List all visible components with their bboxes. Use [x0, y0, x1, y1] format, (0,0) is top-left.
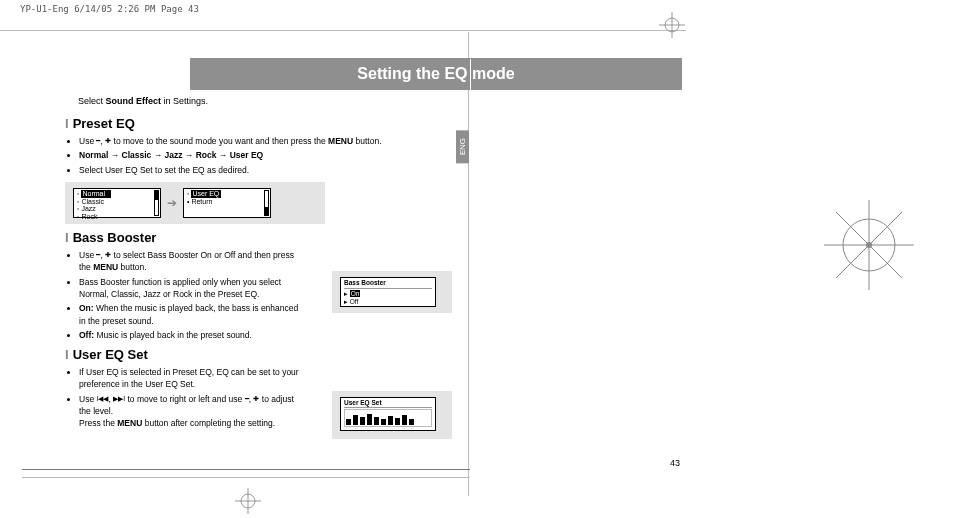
usereq-bullet-1: If User EQ is selected in Preset EQ, EQ …	[79, 366, 305, 391]
crop-mark-top	[658, 12, 686, 42]
minus-icon: ━	[96, 251, 100, 258]
page-number: 43	[670, 458, 680, 468]
preset-bullet-1: Use ━, ✚ to move to the sound mode you w…	[79, 135, 395, 147]
plus-icon: ✚	[253, 395, 259, 402]
heading-preset-eq: IPreset EQ	[65, 116, 470, 131]
footer-rule-thick	[22, 469, 470, 470]
heading-bass-booster: IBass Booster	[65, 230, 470, 245]
footer-rule-thin	[22, 477, 470, 478]
usereq-bullet-2: Use I◀◀, ▶▶I to move to right or left an…	[79, 393, 305, 430]
lcd-preset-1: ◦ Normal ◦ Classic ◦ Jazz ◦ Rock	[73, 188, 161, 218]
bass-bullet-1: Use ━, ✚ to select Bass Booster On or Of…	[79, 249, 305, 274]
user-eq-screen: User EQ Set	[332, 391, 452, 439]
preset-bullet-2: Normal → Classic → Jazz → Rock → User EQ	[79, 149, 395, 161]
print-slug: YP-U1-Eng 6/14/05 2:26 PM Page 43	[20, 4, 199, 14]
eq-bars-icon	[344, 409, 432, 427]
lcd-preset-2: ◦ User EQ • Return	[183, 188, 271, 218]
preset-eq-screens: ◦ Normal ◦ Classic ◦ Jazz ◦ Rock ➔ ◦ Use…	[65, 182, 325, 224]
intro-text: Select Sound Effect in Settings.	[78, 96, 470, 106]
top-rule	[0, 30, 686, 31]
lcd-bass-booster: Bass Booster ▸ On ▸ Off	[340, 277, 436, 307]
bass-booster-screen: Bass Booster ▸ On ▸ Off	[332, 271, 452, 313]
registration-mark	[824, 200, 914, 290]
page-title-bar: Setting the EQ mode	[190, 58, 682, 90]
minus-icon: ━	[96, 137, 100, 144]
minus-icon: ━	[245, 395, 249, 402]
section-preset-eq: IPreset EQ Use ━, ✚ to move to the sound…	[65, 116, 470, 176]
next-icon: ▶▶I	[113, 395, 125, 402]
bass-bullet-2: Bass Booster function is applied only wh…	[79, 276, 305, 301]
lcd-user-eq: User EQ Set	[340, 397, 436, 431]
page-title: Setting the EQ mode	[357, 65, 514, 82]
bass-bullet-3: On: When the music is played back, the b…	[79, 302, 305, 327]
title-separator	[470, 59, 471, 91]
heading-user-eq: IUser EQ Set	[65, 347, 470, 362]
content-area: Select Sound Effect in Settings. IPreset…	[0, 96, 470, 436]
preset-bullet-3: Select User EQ Set to set the EQ as dedi…	[79, 164, 395, 176]
crop-mark-bottom	[235, 488, 261, 518]
prev-icon: I◀◀	[96, 395, 108, 402]
arrow-right-icon: ➔	[167, 196, 177, 210]
bass-bullet-4: Off: Music is played back in the preset …	[79, 329, 305, 341]
